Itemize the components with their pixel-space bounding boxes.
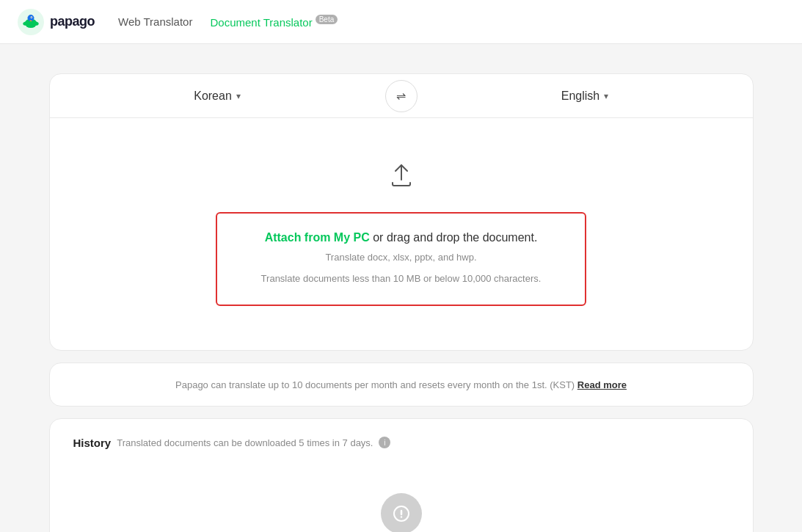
history-subtitle: Translated documents can be downloaded 5… [117,437,373,448]
drop-main-text: Attach from My PC or drag and drop the d… [265,231,538,244]
source-lang-label: Korean [194,90,232,103]
papago-logo-icon [18,9,44,35]
language-bar: Korean ▾ ⇌ English ▾ [50,74,753,118]
svg-point-7 [31,17,32,18]
history-info-icon[interactable]: i [379,437,390,448]
attach-highlight: Attach from My PC [265,231,370,244]
nav-web-translator[interactable]: Web Translator [118,15,192,28]
read-more-link[interactable]: Read more [577,379,627,390]
swap-icon: ⇌ [396,89,406,103]
swap-languages-button[interactable]: ⇌ [385,80,418,112]
history-header: History Translated documents can be down… [73,437,729,449]
info-card: Papago can translate up to 10 documents … [49,362,754,407]
target-language-selector[interactable]: English ▾ [418,74,753,117]
info-text: Papago can translate up to 10 documents … [175,379,627,390]
header: papago Web Translator Document Translato… [0,0,802,44]
logo[interactable]: papago [18,9,95,35]
target-lang-label: English [561,90,599,103]
translator-card: Korean ▾ ⇌ English ▾ [49,73,754,351]
empty-state-icon [381,493,422,532]
source-language-selector[interactable]: Korean ▾ [50,74,385,117]
history-card: History Translated documents can be down… [49,418,754,532]
source-lang-chevron: ▾ [236,91,241,101]
main-content: Korean ▾ ⇌ English ▾ [34,44,768,532]
target-lang-chevron: ▾ [604,91,608,101]
logo-text: papago [50,14,95,29]
drop-sub-line2: Translate documents less than 10 MB or b… [261,272,542,287]
history-title: History [73,437,112,449]
nav-document-translator[interactable]: Document TranslatorBeta [210,15,338,29]
svg-point-10 [400,516,401,517]
beta-badge: Beta [316,15,338,24]
drop-sub-line1: Translate docx, xlsx, pptx, and hwp. [325,250,476,266]
history-empty-state: No translation history. [73,478,729,532]
upload-area: Attach from My PC or drag and drop the d… [50,118,753,350]
drop-zone[interactable]: Attach from My PC or drag and drop the d… [216,212,587,306]
upload-icon [388,162,415,194]
main-nav: Web Translator Document TranslatorBeta [118,15,338,29]
